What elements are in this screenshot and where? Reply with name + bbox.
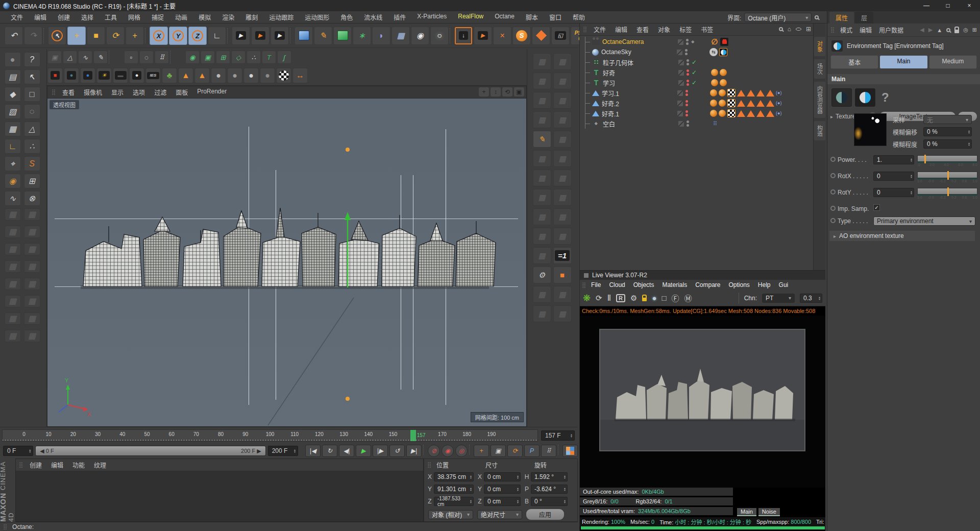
menu-item[interactable]: 选择	[76, 13, 99, 21]
history-forward-icon[interactable]: ▶	[928, 27, 933, 33]
menu-item[interactable]: 渲染	[216, 13, 240, 21]
gear-icon[interactable]: ⚙	[533, 267, 551, 283]
material-menu-item[interactable]: 功能	[68, 461, 89, 469]
cluster-points-icon[interactable]: ◉	[185, 51, 200, 64]
drag-handle-icon[interactable]: ⣿	[19, 462, 23, 468]
rect-select-icon[interactable]: □	[24, 87, 40, 102]
preset-slot[interactable]: ▦	[533, 92, 551, 109]
spline-arc-icon[interactable]: ∿	[78, 51, 92, 64]
snap-indicator-icon[interactable]: =1	[553, 247, 572, 264]
drag-handle-icon[interactable]: ⣿	[830, 27, 835, 33]
octane-standalone-icon[interactable]: S	[512, 27, 531, 45]
record-parameter-button[interactable]: P	[524, 445, 540, 457]
texture-mode-icon[interactable]: ▧	[5, 104, 21, 119]
goto-start-button[interactable]: |◀	[305, 445, 321, 457]
floor-object-icon[interactable]: ▦	[391, 27, 410, 45]
material-tag-icon[interactable]	[719, 110, 726, 117]
palette-slot[interactable]: ▦	[24, 278, 40, 290]
viewport-menu-item[interactable]: 摄像机	[79, 88, 107, 96]
autokey-button[interactable]: ◉	[442, 445, 454, 457]
octane-liveviewer-icon[interactable]: ↓	[454, 27, 473, 45]
record-position-button[interactable]: +	[474, 445, 489, 457]
compositing-tag-icon[interactable]: ⇆	[709, 48, 718, 56]
menu-item[interactable]: 窗口	[544, 13, 567, 21]
material-menu-item[interactable]: 纹理	[89, 461, 111, 469]
drag-handle-icon[interactable]: ⣿	[427, 462, 431, 468]
preset-slot[interactable]: ▦	[533, 228, 551, 245]
lock-icon[interactable]	[954, 30, 959, 33]
expand-icon[interactable]: ▸	[830, 114, 833, 119]
axis-lock-icon[interactable]: ⊗	[24, 191, 40, 206]
render-visibility-dot[interactable]	[687, 124, 689, 127]
octane-object-tag-icon[interactable]	[747, 90, 755, 96]
menu-item[interactable]: 动画	[169, 13, 193, 21]
sampling-field[interactable]: 0.3▲▼	[800, 294, 822, 303]
focus-picker-icon[interactable]: Ⓕ	[672, 293, 679, 303]
material-picker-icon[interactable]: ●	[652, 294, 656, 302]
editor-visibility-dot[interactable]	[687, 80, 689, 82]
coord-system-icon[interactable]: ∟	[208, 27, 226, 45]
preview-range-slider[interactable]: ◀ 0 F 200 F ▶	[35, 446, 265, 456]
object-name[interactable]: 学习.1	[602, 89, 677, 98]
drag-handle-icon[interactable]: ⣿	[52, 89, 56, 95]
preset-slot[interactable]: ▦	[553, 170, 572, 186]
menu-item[interactable]: X-Particles	[411, 13, 452, 21]
viewport-menu-item[interactable]: ProRender	[192, 88, 231, 96]
current-frame-field[interactable]: 157 F▲▼	[541, 430, 575, 441]
material-menu-item[interactable]: 创建	[25, 461, 46, 469]
range-start-field[interactable]: 0 F▲▼	[3, 446, 33, 456]
object-row[interactable]: 好奇.2 (●)	[580, 98, 813, 108]
layer-chip-icon[interactable]	[678, 80, 684, 86]
render-visibility-dot[interactable]	[687, 63, 689, 65]
lv-menu-item[interactable]: Gui	[775, 281, 793, 288]
pen-preset-icon[interactable]: ✎	[533, 131, 551, 148]
preset-slot[interactable]: ▦	[553, 286, 572, 303]
object-row[interactable]: 好奇.1 (●)	[580, 108, 813, 118]
environment-type-icon[interactable]	[831, 88, 852, 107]
om-menu-item[interactable]: 对象	[653, 25, 675, 34]
sphere-grey-icon[interactable]: ●	[243, 68, 259, 83]
layer-chip-icon[interactable]	[677, 50, 682, 55]
tab-attributes[interactable]: 属性	[829, 12, 854, 23]
side-tab[interactable]: 构造	[814, 121, 825, 140]
object-row[interactable]: ⌖ 空白 ⠿	[580, 118, 813, 129]
render-channel-tab[interactable]: Noise	[758, 508, 780, 516]
viewport-menu-item[interactable]: 查看	[58, 88, 79, 96]
paint-icon[interactable]: ◉	[5, 174, 21, 188]
render-channel-tab[interactable]: Main	[737, 508, 756, 516]
position-y-field[interactable]: 91.301 cm▲▼	[434, 485, 474, 494]
layer-chip-icon[interactable]	[678, 39, 683, 45]
new-window-icon[interactable]: ⊞	[972, 27, 977, 33]
palette-slot[interactable]: ▦	[5, 208, 21, 221]
apply-button[interactable]: 应用	[526, 509, 564, 520]
preset-slot[interactable]: ▦	[553, 131, 572, 148]
record-render-icon[interactable]: ■	[47, 68, 63, 83]
camera-object-icon[interactable]: ◉	[411, 27, 429, 45]
timeline-ruler[interactable]: 0102030405060708090100110120130140150170…	[2, 429, 538, 442]
object-row[interactable]: OctaneCamera ⌖ ∅	[580, 37, 813, 47]
keyframe-dot-icon[interactable]	[830, 206, 836, 211]
pause-render-icon[interactable]: Ⅱ	[607, 294, 611, 303]
menu-item[interactable]: 创建	[52, 13, 76, 21]
rotate-view-icon[interactable]: ⟲	[502, 87, 512, 96]
octane-object-tag-icon[interactable]	[747, 110, 755, 117]
rotation-h-field[interactable]: 1.592 °▲▼	[531, 472, 568, 481]
octane-object-tag-icon[interactable]	[756, 100, 765, 107]
history-back-icon[interactable]: ◀	[920, 27, 924, 33]
help-icon[interactable]: ?	[24, 52, 40, 67]
menu-item[interactable]: 工具	[99, 13, 122, 21]
menu-item[interactable]: 插件	[388, 13, 411, 21]
lv-menu-item[interactable]: Materials	[658, 281, 691, 288]
menu-item[interactable]: 脚本	[520, 13, 544, 21]
ao-environment-section[interactable]: ▸AO environment texture	[829, 231, 975, 241]
toggle-view-icon[interactable]: ▣	[514, 87, 524, 96]
octane-cube-icon[interactable]: ■	[553, 267, 572, 283]
texture-tag-icon[interactable]	[727, 109, 736, 117]
record-pla-button[interactable]: ⠿	[541, 445, 556, 457]
play-backwards-button[interactable]: ↻	[322, 445, 337, 457]
material-glow-icon[interactable]: ●	[129, 68, 144, 83]
maximize-button[interactable]: □	[937, 0, 959, 11]
side-tab[interactable]: 内容浏览器	[814, 82, 825, 118]
octane-object-tag-icon[interactable]	[737, 110, 745, 117]
live-selection-icon[interactable]: ↖	[48, 27, 66, 45]
